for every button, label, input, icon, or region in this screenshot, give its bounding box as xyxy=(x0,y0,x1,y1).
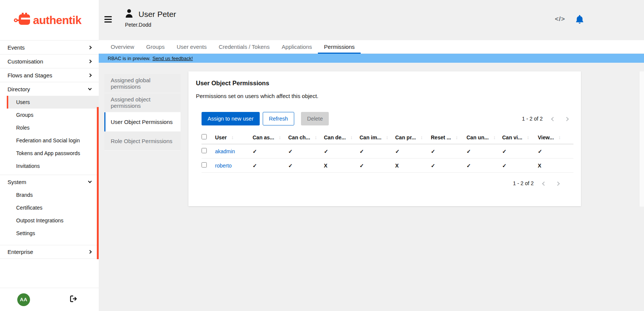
subtab-role-object-permissions[interactable]: Role Object Permissions xyxy=(104,131,181,151)
tab-permissions[interactable]: Permissions xyxy=(318,40,361,53)
sidebar-item-directory[interactable]: Directory xyxy=(0,82,99,96)
subtab-label: Assigned global permissions xyxy=(111,77,181,90)
pagination-label: 1 - 2 of 2 xyxy=(513,180,534,186)
sort-icon[interactable]: ↕ xyxy=(386,134,388,140)
sidebar-item-tokens[interactable]: Tokens and App passwords xyxy=(0,147,99,160)
sidebar-item-invitations[interactable]: Invitations xyxy=(0,160,99,172)
perm-value: ✓ xyxy=(360,163,364,169)
row-checkbox[interactable] xyxy=(202,162,207,168)
sidebar-item-flows-and-stages[interactable]: Flows and Stages xyxy=(0,68,99,82)
perm-value: ✓ xyxy=(502,163,507,169)
column-label: View... xyxy=(538,134,554,140)
tab-credentials-tokens[interactable]: Credentials / Tokens xyxy=(213,40,276,53)
perm-value: ✓ xyxy=(253,148,257,154)
sort-icon[interactable]: ↕ xyxy=(279,134,281,140)
user-icon xyxy=(125,9,133,19)
sidebar-item-label: Settings xyxy=(16,230,35,236)
sidebar-nav: Events Customisation Flows and Stages Di… xyxy=(0,40,99,259)
sidebar-item-label: Users xyxy=(16,99,30,105)
page-title: User Peter xyxy=(138,10,176,19)
api-code-icon[interactable]: </> xyxy=(555,15,565,23)
sort-icon[interactable]: ↕ xyxy=(350,134,353,140)
sidebar-item-groups[interactable]: Groups xyxy=(0,109,99,121)
chevron-right-icon xyxy=(88,45,92,49)
perm-value: ✓ xyxy=(360,148,364,154)
main-content: Assigned global permissions Assigned obj… xyxy=(99,63,644,311)
row-checkbox[interactable] xyxy=(202,148,207,153)
tab-overview[interactable]: Overview xyxy=(105,40,140,53)
tab-applications[interactable]: Applications xyxy=(275,40,318,53)
sidebar-item-customisation[interactable]: Customisation xyxy=(0,54,99,68)
avatar[interactable]: AA xyxy=(17,293,30,306)
sidebar-item-federation[interactable]: Federation and Social login xyxy=(0,134,99,147)
perm-value: X xyxy=(538,163,541,169)
subtab-assigned-object-permissions[interactable]: Assigned object permissions xyxy=(104,93,181,112)
hamburger-menu-icon[interactable] xyxy=(104,16,112,24)
sort-icon[interactable]: ↕ xyxy=(527,134,530,140)
column-header-can-as: Can as...↕ xyxy=(253,134,288,140)
delete-button: Delete xyxy=(301,112,329,125)
column-label: Can vi... xyxy=(502,134,522,140)
perm-value: ✓ xyxy=(466,163,471,169)
sidebar-item-certificates[interactable]: Certificates xyxy=(0,201,99,214)
subtab-assigned-global-permissions[interactable]: Assigned global permissions xyxy=(104,74,181,93)
sidebar-item-settings[interactable]: Settings xyxy=(0,227,99,240)
sort-icon[interactable]: ↕ xyxy=(420,134,423,140)
perm-value: ✓ xyxy=(431,163,435,169)
tab-label: Groups xyxy=(146,44,165,50)
spacer xyxy=(0,259,99,288)
sidebar-item-events[interactable]: Events xyxy=(0,40,99,54)
sort-icon[interactable]: ↕ xyxy=(456,134,458,140)
banner-text: RBAC is in preview. xyxy=(108,56,150,61)
sidebar-item-outpost-integrations[interactable]: Outpost Integrations xyxy=(0,214,99,227)
column-header-view: View...↕ xyxy=(538,134,573,140)
column-header-can-de: Can de...↕ xyxy=(324,134,360,140)
sort-icon[interactable]: ↕ xyxy=(314,134,317,140)
table-row: akadmin ✓ ✓ ✓ ✓ ✓ ✓ ✓ ✓ ✓ xyxy=(202,144,573,159)
chevron-down-icon xyxy=(88,180,92,183)
feedback-link[interactable]: Send us feedback! xyxy=(152,56,193,61)
column-header-can-pr: Can pr...↕ xyxy=(395,134,431,140)
pagination-next-button[interactable] xyxy=(560,114,573,123)
sidebar-item-label: Groups xyxy=(16,112,33,118)
refresh-button[interactable]: Refresh xyxy=(263,112,295,125)
logout-icon[interactable] xyxy=(70,295,78,304)
sidebar-item-brands[interactable]: Brands xyxy=(0,189,99,201)
sidebar-scrollbar-thumb[interactable] xyxy=(97,107,99,259)
column-header-can-vi: Can vi...↕ xyxy=(502,134,538,140)
sidebar-item-users[interactable]: Users xyxy=(7,96,99,109)
table-toolbar: Assign to new user Refresh Delete 1 - 2 … xyxy=(202,112,573,125)
perm-value: ✓ xyxy=(288,163,293,169)
sort-icon[interactable]: ↕ xyxy=(493,134,496,140)
sidebar-item-label: Certificates xyxy=(16,205,42,211)
subtab-label: Role Object Permissions xyxy=(111,138,172,144)
card-description: Permissions set on users which affect th… xyxy=(196,93,573,99)
content-scrollbar[interactable] xyxy=(639,71,644,207)
pagination-top: 1 - 2 of 2 xyxy=(522,114,573,123)
sidebar-item-system[interactable]: System xyxy=(0,175,99,189)
pagination-prev-button[interactable] xyxy=(537,179,551,188)
user-link[interactable]: akadmin xyxy=(215,148,235,154)
sidebar-item-label: Outpost Integrations xyxy=(16,217,63,223)
pagination-prev-button[interactable] xyxy=(546,114,560,123)
sort-icon[interactable]: ↕ xyxy=(558,134,561,140)
pagination-next-button[interactable] xyxy=(551,179,564,188)
sidebar-item-enterprise[interactable]: Enterprise xyxy=(0,245,99,259)
tab-label: Overview xyxy=(111,44,134,50)
user-link[interactable]: roberto xyxy=(215,163,232,169)
chevron-left-icon xyxy=(542,181,546,186)
sort-icon[interactable]: ↕ xyxy=(231,134,234,140)
perm-value: X xyxy=(395,163,399,169)
tab-user-events[interactable]: User events xyxy=(171,40,213,53)
select-all-checkbox[interactable] xyxy=(202,134,207,139)
authentik-logo[interactable]: authentik xyxy=(14,12,81,29)
sidebar-item-label: Brands xyxy=(16,192,33,198)
subtab-user-object-permissions[interactable]: User Object Permissions xyxy=(104,112,181,131)
notifications-bell-icon[interactable] xyxy=(575,15,584,26)
assign-to-new-user-button[interactable]: Assign to new user xyxy=(202,112,260,125)
sidebar-item-roles[interactable]: Roles xyxy=(0,121,99,134)
subtab-label: Assigned object permissions xyxy=(111,96,181,109)
tab-groups[interactable]: Groups xyxy=(140,40,171,53)
user-object-permissions-card: User Object Permissions Permissions set … xyxy=(188,71,581,206)
chevron-right-icon xyxy=(555,181,560,186)
